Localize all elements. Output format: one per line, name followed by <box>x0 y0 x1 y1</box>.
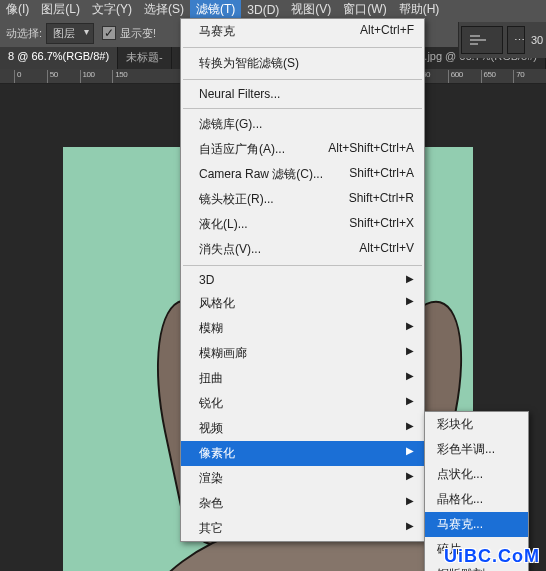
menu-layer[interactable]: 图层(L) <box>35 0 86 20</box>
ruler-tick: 150 <box>112 70 145 83</box>
filter-blur[interactable]: 模糊▶ <box>181 316 424 341</box>
menu-label: 锐化 <box>199 395 223 412</box>
menu-label: 杂色 <box>199 495 223 512</box>
menu-label: 马赛克 <box>199 23 235 40</box>
filter-camera-raw[interactable]: Camera Raw 滤镜(C)...Shift+Ctrl+A <box>181 162 424 187</box>
align-button[interactable] <box>461 26 503 54</box>
menu-select[interactable]: 选择(S) <box>138 0 190 20</box>
menu-label: 渲染 <box>199 470 223 487</box>
submenu-arrow-icon: ▶ <box>406 420 414 437</box>
menu-label: 自适应广角(A)... <box>199 141 285 158</box>
show-transform-label: 显示变! <box>120 26 156 41</box>
filter-vanishing[interactable]: 消失点(V)...Alt+Ctrl+V <box>181 237 424 262</box>
filter-distort[interactable]: 扭曲▶ <box>181 366 424 391</box>
menu-shortcut: Shift+Ctrl+X <box>349 216 414 233</box>
menu-separator <box>183 265 422 266</box>
secondary-value: 30 <box>531 34 543 46</box>
menu-shortcut: Shift+Ctrl+R <box>349 191 414 208</box>
menubar: 像(I) 图层(L) 文字(Y) 选择(S) 滤镜(T) 3D(D) 视图(V)… <box>0 0 546 19</box>
filter-stylize[interactable]: 风格化▶ <box>181 291 424 316</box>
menu-separator <box>183 47 422 48</box>
menu-label: 其它 <box>199 520 223 537</box>
menu-shortcut: Alt+Ctrl+F <box>360 23 414 40</box>
filter-video[interactable]: 视频▶ <box>181 416 424 441</box>
menu-label: 3D <box>199 273 214 287</box>
auto-select-label: 动选择: <box>6 26 42 41</box>
menu-image[interactable]: 像(I) <box>0 0 35 20</box>
submenu-arrow-icon: ▶ <box>406 495 414 512</box>
menu-label: 模糊 <box>199 320 223 337</box>
menu-shortcut: Shift+Ctrl+A <box>349 166 414 183</box>
filter-sharpen[interactable]: 锐化▶ <box>181 391 424 416</box>
menu-label: 视频 <box>199 420 223 437</box>
menu-filter[interactable]: 滤镜(T) <box>190 0 241 20</box>
submenu-arrow-icon: ▶ <box>406 395 414 412</box>
menu-view[interactable]: 视图(V) <box>285 0 337 20</box>
menu-label: 消失点(V)... <box>199 241 261 258</box>
filter-gallery[interactable]: 滤镜库(G)... <box>181 112 424 137</box>
ruler-tick: 50 <box>47 70 80 83</box>
menu-label: 镜头校正(R)... <box>199 191 274 208</box>
filter-render[interactable]: 渲染▶ <box>181 466 424 491</box>
pixelate-mosaic[interactable]: 马赛克... <box>425 512 528 537</box>
filter-last[interactable]: 马赛克 Alt+Ctrl+F <box>181 19 424 44</box>
pixelate-pointillize[interactable]: 点状化... <box>425 462 528 487</box>
menu-label: 扭曲 <box>199 370 223 387</box>
pixelate-color-halftone[interactable]: 彩色半调... <box>425 437 528 462</box>
menu-label: 像素化 <box>199 445 235 462</box>
filter-noise[interactable]: 杂色▶ <box>181 491 424 516</box>
menu-3d[interactable]: 3D(D) <box>241 1 285 19</box>
menu-help[interactable]: 帮助(H) <box>393 0 446 20</box>
filter-blur-gallery[interactable]: 模糊画廊▶ <box>181 341 424 366</box>
document-tab[interactable]: 未标题- <box>118 47 172 69</box>
submenu-arrow-icon: ▶ <box>406 320 414 337</box>
filter-neural[interactable]: Neural Filters... <box>181 83 424 105</box>
submenu-arrow-icon: ▶ <box>406 520 414 537</box>
menu-separator <box>183 108 422 109</box>
filter-pixelate[interactable]: 像素化▶ <box>181 441 424 466</box>
alignment-panel: ⋯ 30 <box>458 22 546 58</box>
menu-label: 滤镜库(G)... <box>199 116 262 133</box>
menu-shortcut: Alt+Shift+Ctrl+A <box>328 141 414 158</box>
pixelate-color-blocks[interactable]: 彩块化 <box>425 412 528 437</box>
menu-label: 转换为智能滤镜(S) <box>199 55 299 72</box>
ruler-tick: 600 <box>448 70 481 83</box>
filter-menu: 马赛克 Alt+Ctrl+F 转换为智能滤镜(S) Neural Filters… <box>180 18 425 542</box>
show-transform-checkbox[interactable]: ✓ <box>102 26 116 40</box>
submenu-arrow-icon: ▶ <box>406 445 414 462</box>
filter-3d[interactable]: 3D▶ <box>181 269 424 291</box>
filter-liquify[interactable]: 液化(L)...Shift+Ctrl+X <box>181 212 424 237</box>
ruler-tick: 0 <box>14 70 47 83</box>
ruler-tick: 70 <box>513 70 546 83</box>
submenu-arrow-icon: ▶ <box>406 295 414 312</box>
menu-label: Camera Raw 滤镜(C)... <box>199 166 323 183</box>
filter-other[interactable]: 其它▶ <box>181 516 424 541</box>
ruler-tick: 650 <box>481 70 514 83</box>
menu-label: 液化(L)... <box>199 216 248 233</box>
filter-smart[interactable]: 转换为智能滤镜(S) <box>181 51 424 76</box>
menu-separator <box>183 79 422 80</box>
submenu-arrow-icon: ▶ <box>406 370 414 387</box>
ruler-tick: 100 <box>80 70 113 83</box>
menu-shortcut: Alt+Ctrl+V <box>359 241 414 258</box>
menu-label: 模糊画廊 <box>199 345 247 362</box>
menu-type[interactable]: 文字(Y) <box>86 0 138 20</box>
submenu-arrow-icon: ▶ <box>406 345 414 362</box>
auto-select-dropdown[interactable]: 图层 <box>46 23 94 44</box>
filter-adaptive-wide[interactable]: 自适应广角(A)...Alt+Shift+Ctrl+A <box>181 137 424 162</box>
filter-lens-correct[interactable]: 镜头校正(R)...Shift+Ctrl+R <box>181 187 424 212</box>
document-tab[interactable]: 8 @ 66.7%(RGB/8#) <box>0 47 118 69</box>
watermark: UiBC.CoM <box>444 546 540 567</box>
pixelate-crystallize[interactable]: 晶格化... <box>425 487 528 512</box>
menu-label: 风格化 <box>199 295 235 312</box>
submenu-arrow-icon: ▶ <box>406 273 414 287</box>
more-options-button[interactable]: ⋯ <box>507 26 525 54</box>
submenu-arrow-icon: ▶ <box>406 470 414 487</box>
menu-label: Neural Filters... <box>199 87 280 101</box>
menu-window[interactable]: 窗口(W) <box>337 0 392 20</box>
